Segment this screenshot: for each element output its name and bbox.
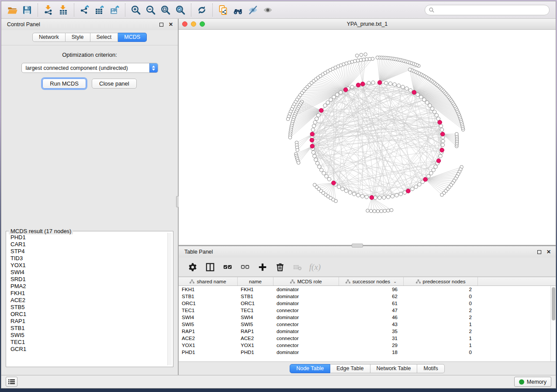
table-row[interactable]: ACE2ACE2connector311 <box>179 335 556 342</box>
mcds-result-item[interactable]: YOX1 <box>10 262 167 269</box>
graph-node[interactable] <box>428 104 432 107</box>
add-column-button[interactable] <box>255 260 270 275</box>
close-panel-icon[interactable]: ✕ <box>545 248 552 255</box>
graph-node[interactable] <box>286 117 290 121</box>
export-image-button[interactable] <box>107 3 122 17</box>
graph-node[interactable] <box>411 187 414 191</box>
dominator-node[interactable] <box>377 80 382 85</box>
dominator-node[interactable] <box>310 138 314 142</box>
graph-node[interactable] <box>433 110 436 113</box>
dominator-node[interactable] <box>356 83 360 87</box>
scrollbar-thumb[interactable] <box>552 287 555 320</box>
tab-select[interactable]: Select <box>90 33 118 42</box>
graph-node[interactable] <box>419 95 423 99</box>
graph-node[interactable] <box>311 151 315 154</box>
copy-network-button[interactable] <box>216 3 231 17</box>
graph-node[interactable] <box>382 196 386 199</box>
close-panel-button[interactable]: Close panel <box>92 79 137 89</box>
mcds-result-item[interactable]: STB5 <box>10 304 167 311</box>
mcds-result-list[interactable]: PHD1CAR1STP4TID3YOX1SWI4SRD1PMA2FKH1ACE2… <box>7 233 167 365</box>
graph-node[interactable] <box>418 182 421 186</box>
graph-node[interactable] <box>414 185 418 189</box>
dominator-node[interactable] <box>370 196 374 200</box>
graph-node[interactable] <box>356 193 360 197</box>
columns-button[interactable] <box>202 260 218 275</box>
graph-node[interactable] <box>313 120 317 124</box>
tab-style[interactable]: Style <box>66 33 90 42</box>
graph-node[interactable] <box>329 98 332 101</box>
dominator-node[interactable] <box>344 88 348 92</box>
graph-node[interactable] <box>399 192 402 196</box>
graph-node[interactable] <box>326 101 329 104</box>
table-row[interactable]: ORC1ORC1dominator610 <box>179 300 556 307</box>
save-session-button[interactable] <box>20 3 35 17</box>
graph-node[interactable] <box>416 93 419 96</box>
mcds-result-item[interactable]: STP4 <box>10 248 167 255</box>
graph-node[interactable] <box>429 172 433 175</box>
tab-node-table[interactable]: Node Table <box>290 364 330 373</box>
mcds-list-scrollbar[interactable] <box>167 233 172 365</box>
graph-node[interactable] <box>313 154 316 158</box>
graph-node[interactable] <box>434 165 437 168</box>
graph-node[interactable] <box>323 104 327 107</box>
optimization-criterion-dropdown[interactable]: largest connected component (undirected) <box>21 63 158 73</box>
zoom-selected-button[interactable] <box>173 3 188 17</box>
dominator-node[interactable] <box>332 181 336 185</box>
table-row[interactable]: TEC1TEC1connector472 <box>179 307 556 314</box>
first-neighbors-button[interactable] <box>231 3 246 17</box>
graph-node[interactable] <box>371 81 375 84</box>
graph-node[interactable] <box>320 168 323 172</box>
mcds-result-item[interactable]: ACE2 <box>10 297 167 304</box>
table-scrollbar[interactable] <box>550 286 556 361</box>
graph-node[interactable] <box>393 83 396 86</box>
graph-node[interactable] <box>387 209 390 213</box>
mcds-result-item[interactable]: RAP1 <box>10 318 167 325</box>
mcds-result-item[interactable]: SWI5 <box>10 332 167 339</box>
graph-node[interactable] <box>390 209 393 212</box>
graph-node[interactable] <box>395 193 398 197</box>
graph-node[interactable] <box>455 132 459 136</box>
mcds-result-item[interactable]: PMA2 <box>10 283 167 290</box>
mcds-result-item[interactable]: STB1 <box>10 325 167 332</box>
float-panel-icon[interactable] <box>536 248 543 255</box>
graph-node[interactable] <box>439 124 443 127</box>
graph-node[interactable] <box>422 98 426 101</box>
show-all-button[interactable] <box>260 3 275 17</box>
graph-node[interactable] <box>408 68 412 72</box>
mcds-result-item[interactable]: FKH1 <box>10 290 167 297</box>
graph-node[interactable] <box>409 89 412 92</box>
graph-node[interactable] <box>384 81 388 85</box>
graph-node[interactable] <box>350 85 354 89</box>
horizontal-splitter[interactable] <box>179 245 556 246</box>
graph-node[interactable] <box>380 210 383 213</box>
search-box[interactable] <box>425 5 550 15</box>
tab-motifs[interactable]: Motifs <box>417 364 444 373</box>
dominator-node[interactable] <box>310 132 315 136</box>
graph-node[interactable] <box>314 158 318 162</box>
dominator-node[interactable] <box>423 177 428 182</box>
graph-node[interactable] <box>318 165 321 168</box>
graph-node[interactable] <box>426 101 429 104</box>
graph-node[interactable] <box>360 194 364 198</box>
mcds-result-item[interactable]: CAR1 <box>10 241 167 248</box>
graph-node[interactable] <box>432 168 435 172</box>
search-input[interactable] <box>437 7 546 13</box>
network-graph[interactable] <box>179 30 556 244</box>
table-row[interactable]: YOX1YOX1connector291 <box>179 342 556 349</box>
dominator-node[interactable] <box>438 120 442 124</box>
graph-node[interactable] <box>383 209 387 213</box>
column-header-name[interactable]: name <box>238 277 273 285</box>
graph-node[interactable] <box>311 128 315 131</box>
dominator-node[interactable] <box>440 148 444 152</box>
graph-node[interactable] <box>397 84 401 87</box>
graph-node[interactable] <box>327 177 331 181</box>
graph-node[interactable] <box>430 107 434 110</box>
zoom-in-button[interactable] <box>128 3 143 17</box>
import-table-button[interactable] <box>56 3 71 17</box>
tab-network-table[interactable]: Network Table <box>370 364 418 373</box>
graph-node[interactable] <box>344 189 348 193</box>
graph-node[interactable] <box>339 91 343 94</box>
mcds-result-item[interactable]: TEC1 <box>10 339 167 346</box>
dominator-node[interactable] <box>319 108 324 113</box>
refresh-view-button[interactable] <box>194 3 209 17</box>
